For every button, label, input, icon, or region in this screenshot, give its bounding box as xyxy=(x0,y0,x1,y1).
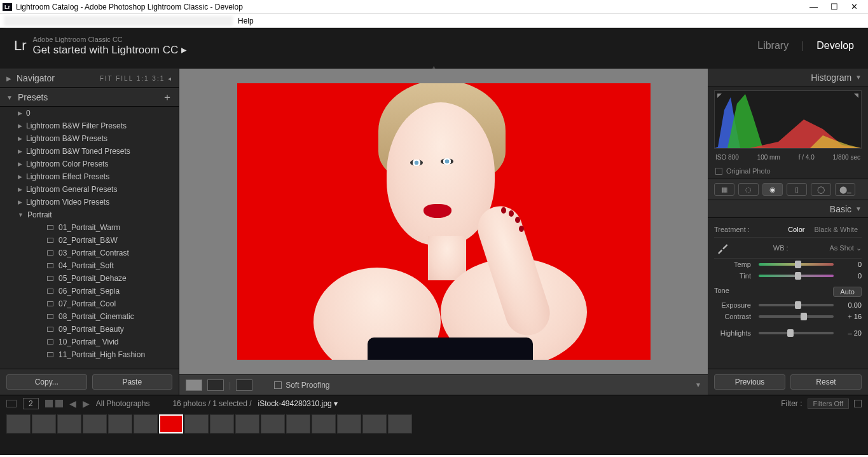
presets-header[interactable]: ▼ Presets ＋ xyxy=(0,88,179,107)
app-subtitle: Adobe Lightroom Classic CC xyxy=(33,36,187,43)
preset-group[interactable]: ▶Lightroom B&W Filter Presets xyxy=(0,119,179,132)
preset-item[interactable]: 02_Portrait_B&W xyxy=(0,234,179,247)
thumbnail[interactable] xyxy=(57,414,81,433)
preset-group[interactable]: ▶Lightroom Effect Presets xyxy=(0,170,179,183)
preset-group[interactable]: ▶Lightroom General Presets xyxy=(0,183,179,196)
preset-item[interactable]: 06_Portrait_Sepia xyxy=(0,285,179,297)
thumbnail[interactable] xyxy=(6,414,31,433)
preset-item[interactable]: 10_Portrait_ Vivid xyxy=(0,336,179,348)
preset-group[interactable]: ▶Lightroom B&W Presets xyxy=(0,132,179,145)
thumbnail[interactable] xyxy=(210,414,234,433)
soft-proofing-toggle[interactable]: Soft Proofing xyxy=(274,381,329,390)
treatment-color[interactable]: Color xyxy=(784,226,808,233)
treatment-bw[interactable]: Black & White xyxy=(811,226,862,233)
preset-group[interactable]: ▶0 xyxy=(0,107,179,119)
thumbnail[interactable] xyxy=(32,414,56,433)
grid-view-icon[interactable] xyxy=(45,400,63,407)
original-photo-toggle[interactable]: Original Photo xyxy=(708,165,868,179)
nav-fwd-icon[interactable]: ▶ xyxy=(83,399,90,409)
tint-slider[interactable]: Tint0 xyxy=(714,270,862,282)
thumbnail-row[interactable] xyxy=(0,412,868,436)
preset-item[interactable]: 11_Portrait_High Fashion xyxy=(0,348,179,361)
tone-label: Tone xyxy=(714,287,729,297)
reset-button[interactable]: Reset xyxy=(790,374,862,390)
filmstrip: 2 ◀ ▶ All Photographs 16 photos / 1 sele… xyxy=(0,395,868,455)
preset-group-portrait[interactable]: ▼Portrait xyxy=(0,208,179,221)
before-after-lr-icon[interactable] xyxy=(207,379,224,391)
copy-button[interactable]: Copy... xyxy=(6,374,87,390)
grad-tool-icon[interactable]: ▯ xyxy=(787,183,807,196)
preset-group[interactable]: ▶Lightroom Video Presets xyxy=(0,196,179,208)
app-getstarted[interactable]: Get started with Lightroom CC ▸ xyxy=(33,43,187,57)
module-library[interactable]: Library xyxy=(757,40,789,51)
before-after-tb-icon[interactable] xyxy=(236,379,252,391)
thumbnail[interactable] xyxy=(388,414,412,433)
temp-slider[interactable]: Temp0 xyxy=(714,259,862,270)
thumbnail[interactable] xyxy=(184,414,209,433)
maximize-icon[interactable]: ☐ xyxy=(830,2,838,11)
thumbnail[interactable] xyxy=(235,414,259,433)
collection-name[interactable]: All Photographs xyxy=(96,399,150,408)
preset-group[interactable]: ▶Lightroom Color Presets xyxy=(0,158,179,170)
histogram-header[interactable]: Histogram▼ xyxy=(708,69,868,86)
filter-lock-icon[interactable] xyxy=(854,400,862,407)
module-divider: | xyxy=(801,40,804,51)
brush-tool-icon[interactable]: ⬤⎯ xyxy=(835,183,855,196)
radial-tool-icon[interactable]: ◯ xyxy=(811,183,831,196)
image-canvas[interactable] xyxy=(179,69,708,374)
navigator-header[interactable]: ▶ Navigator FIT FILL 1:1 3:1 ◂ xyxy=(0,69,179,88)
redeye-tool-icon[interactable]: ◉ xyxy=(762,183,783,196)
thumbnail[interactable] xyxy=(312,414,336,433)
exposure-slider[interactable]: Exposure0.00 xyxy=(714,299,862,311)
nav-back-icon[interactable]: ◀ xyxy=(69,399,76,409)
shadow-clip-icon[interactable]: ◤ xyxy=(717,92,722,99)
auto-tone-button[interactable]: Auto xyxy=(833,287,862,297)
preset-item[interactable]: 09_Portrait_Beauty xyxy=(0,323,179,336)
add-preset-icon[interactable]: ＋ xyxy=(162,91,172,104)
close-icon[interactable]: ✕ xyxy=(851,2,858,11)
preset-item[interactable]: 01_Portrait_Warm xyxy=(0,221,179,234)
current-filename[interactable]: iStock-494280310.jpg ▾ xyxy=(258,399,338,408)
preset-item[interactable]: 08_Portrait_Cinematic xyxy=(0,310,179,323)
loupe-view-icon[interactable] xyxy=(186,379,202,391)
blurred-path xyxy=(4,16,233,26)
thumbnail-selected[interactable] xyxy=(159,414,183,433)
top-panel-grip[interactable]: ▴ xyxy=(0,64,868,69)
wb-selector[interactable]: As Shot ⌄ xyxy=(829,244,862,252)
second-screen-button[interactable]: 2 xyxy=(23,398,39,409)
minimize-icon[interactable]: — xyxy=(809,2,818,11)
basic-header[interactable]: Basic▼ xyxy=(708,200,868,218)
thumbnail[interactable] xyxy=(362,414,387,433)
toolbar-menu-icon[interactable]: ▼ xyxy=(695,381,701,388)
thumbnail[interactable] xyxy=(261,414,285,433)
thumbnail[interactable] xyxy=(286,414,310,433)
paste-button[interactable]: Paste xyxy=(92,374,173,390)
menu-help[interactable]: Help xyxy=(238,17,254,25)
thumbnail[interactable] xyxy=(83,414,107,433)
highlights-slider[interactable]: Highlights– 20 xyxy=(714,327,862,339)
thumbnail[interactable] xyxy=(134,414,158,433)
preset-item[interactable]: 07_Portrait_Cool xyxy=(0,297,179,310)
checkbox-icon[interactable] xyxy=(274,381,282,389)
first-screen-icon[interactable] xyxy=(6,400,17,407)
filters-dropdown[interactable]: Filters Off xyxy=(808,399,849,409)
preset-list[interactable]: ▶0 ▶Lightroom B&W Filter Presets ▶Lightr… xyxy=(0,107,179,369)
checkbox-icon[interactable] xyxy=(715,168,722,175)
develop-tool-strip: ▦ ◌ ◉ ▯ ◯ ⬤⎯ xyxy=(708,179,868,200)
crop-tool-icon[interactable]: ▦ xyxy=(714,183,734,196)
navigator-modes[interactable]: FIT FILL 1:1 3:1 ◂ xyxy=(100,75,172,82)
preset-group[interactable]: ▶Lightroom B&W Toned Presets xyxy=(0,145,179,158)
thumbnail[interactable] xyxy=(337,414,361,433)
preset-item[interactable]: 05_Portrait_Dehaze xyxy=(0,272,179,285)
highlight-clip-icon[interactable]: ◥ xyxy=(854,92,858,99)
preset-item[interactable]: 04_Portrait_Soft xyxy=(0,259,179,272)
histogram-display[interactable]: ◤ ◥ xyxy=(714,90,862,149)
module-develop[interactable]: Develop xyxy=(816,40,854,51)
contrast-slider[interactable]: Contrast+ 16 xyxy=(714,311,862,322)
eyedropper-icon[interactable] xyxy=(714,242,732,254)
preset-item[interactable]: 03_Portrait_Contrast xyxy=(0,247,179,259)
center-area: | Soft Proofing ▼ xyxy=(179,69,708,395)
spot-tool-icon[interactable]: ◌ xyxy=(738,183,759,196)
previous-button[interactable]: Previous xyxy=(714,374,785,390)
thumbnail[interactable] xyxy=(108,414,132,433)
